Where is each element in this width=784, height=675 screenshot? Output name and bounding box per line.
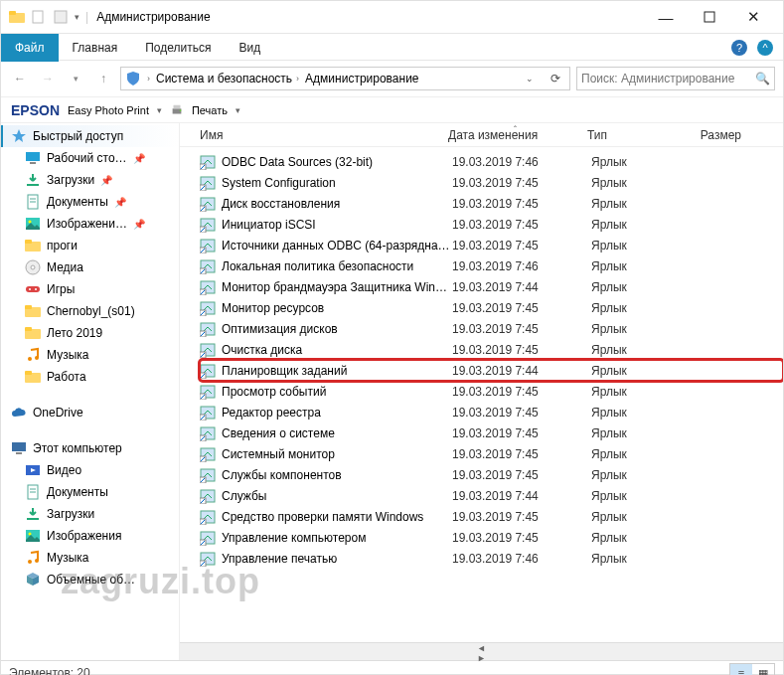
file-date: 19.03.2019 7:45 [452,176,591,190]
sidebar-item[interactable]: Загрузки📌 [1,169,179,191]
tab-share[interactable]: Поделиться [131,34,225,62]
file-name: Службы [222,489,452,503]
file-row[interactable]: Очистка диска19.03.2019 7:45Ярлык [200,339,783,360]
tab-file[interactable]: Файл [1,34,59,62]
tab-home[interactable]: Главная [59,34,132,62]
tab-view[interactable]: Вид [225,34,274,62]
file-row[interactable]: Диск восстановления19.03.2019 7:45Ярлык [200,193,783,214]
scroll-left-icon[interactable]: ◄ [473,643,491,653]
sidebar-item[interactable]: Лето 2019 [1,322,179,344]
sidebar-item[interactable]: Медиа [1,256,179,278]
file-row[interactable]: Источники данных ODBC (64-разрядна…19.03… [200,235,783,255]
file-row[interactable]: Редактор реестра19.03.2019 7:45Ярлык [200,402,783,422]
sidebar-item[interactable]: Рабочий сто…📌 [1,147,179,169]
content-hscroll[interactable]: ◄ ► [180,642,783,660]
col-size[interactable]: Размер [687,128,741,142]
file-type: Ярлык [591,426,691,440]
file-date: 19.03.2019 7:46 [452,552,591,566]
sidebar-section[interactable]: Этот компьютер [1,437,179,459]
thumbs-view-icon[interactable]: ▦ [752,664,774,675]
sidebar-item-label: Изображени… [47,217,127,231]
doc-icon [25,194,41,210]
qat-icon-2[interactable] [53,9,69,25]
sidebar-item[interactable]: Документы [1,481,179,503]
file-row[interactable]: System Configuration19.03.2019 7:45Ярлык [200,172,783,193]
file-row[interactable]: ODBC Data Sources (32-bit)19.03.2019 7:4… [200,151,783,172]
file-row[interactable]: Управление компьютером19.03.2019 7:45Ярл… [200,527,783,548]
file-type: Ярлык [591,280,691,294]
sidebar-section[interactable]: OneDrive [1,402,179,423]
svg-rect-3 [55,11,67,23]
ribbon-chevron-icon[interactable]: ^ [757,40,773,56]
epson-toolbar: EPSON Easy Photo Print ▾ Печать ▾ [1,97,783,123]
sidebar-item[interactable]: Документы📌 [1,191,179,213]
file-row[interactable]: Управление печатью19.03.2019 7:46Ярлык [200,548,783,569]
col-type[interactable]: Тип [587,128,687,142]
sidebar-item[interactable]: Видео [1,459,179,481]
file-date: 19.03.2019 7:45 [452,385,591,399]
file-row[interactable]: Сведения о системе19.03.2019 7:45Ярлык [200,422,783,443]
chevron-down-icon[interactable]: ▾ [235,105,240,115]
chevron-right-icon[interactable]: › [147,74,150,84]
col-name[interactable]: Имя [200,128,448,142]
nav-forward-button[interactable]: → [37,68,59,89]
view-toggle[interactable]: ≡ ▦ [729,663,775,675]
file-row[interactable]: Службы компонентов19.03.2019 7:45Ярлык [200,464,783,485]
minimize-button[interactable]: ― [644,4,688,30]
addr-dropdown-icon[interactable]: ⌄ [520,74,540,84]
sidebar-item[interactable]: проги [1,235,179,256]
folder-icon [25,238,41,253]
nav-recent-icon[interactable]: ▾ [65,68,86,89]
sidebar-item[interactable]: Chernobyl_(s01) [1,300,179,322]
breadcrumb[interactable]: › Система и безопасность› Администрирова… [120,67,570,90]
file-row[interactable]: Оптимизация дисков19.03.2019 7:45Ярлык [200,318,783,339]
file-date: 19.03.2019 7:45 [452,197,591,211]
svg-point-29 [35,356,39,360]
nav-back-button[interactable]: ← [9,68,31,89]
qat-icon-1[interactable] [31,9,47,25]
file-row[interactable]: Просмотр событий19.03.2019 7:45Ярлык [200,381,783,402]
sidebar-item[interactable]: Изображения [1,525,179,547]
pin-icon: 📌 [133,219,145,230]
file-row[interactable]: Монитор ресурсов19.03.2019 7:45Ярлык [200,297,783,318]
sidebar-section[interactable]: Быстрый доступ [1,125,179,147]
search-input[interactable]: Поиск: Администрирование 🔍 [576,67,775,90]
file-type: Ярлык [591,155,691,169]
crumb-1[interactable]: Администрирование [305,72,418,85]
help-icon[interactable]: ? [731,40,747,56]
sidebar-item[interactable]: Изображени…📌 [1,213,179,235]
sidebar-item-label: Игры [47,282,75,296]
refresh-icon[interactable]: ⟳ [546,72,565,85]
file-row[interactable]: Локальная политика безопасности19.03.201… [200,255,783,276]
details-view-icon[interactable]: ≡ [730,664,752,675]
file-row[interactable]: Инициатор iSCSI19.03.2019 7:45Ярлык [200,214,783,235]
sidebar-item[interactable]: Загрузки [1,503,179,525]
file-row[interactable]: Монитор брандмауэра Защитника Win…19.03.… [200,276,783,297]
chevron-down-icon[interactable]: ▾ [157,105,162,115]
file-type: Ярлык [591,343,691,357]
svg-rect-39 [27,518,39,520]
maximize-button[interactable] [688,4,731,30]
file-row[interactable]: Средство проверки памяти Windows19.03.20… [200,506,783,527]
sidebar-item[interactable]: Музыка [1,344,179,366]
file-row[interactable]: Системный монитор19.03.2019 7:45Ярлык [200,443,783,464]
qat-dropdown-icon[interactable]: ▾ [75,12,79,22]
chevron-right-icon[interactable]: › [296,74,299,84]
shortcut-icon [200,488,216,504]
shortcut-icon [200,405,216,421]
file-row[interactable]: Планировщик заданий19.03.2019 7:44Ярлык [200,360,783,381]
print-button[interactable]: Печать [192,104,228,116]
file-row[interactable]: Службы19.03.2019 7:44Ярлык [200,485,783,506]
crumb-0[interactable]: Система и безопасность [156,72,292,85]
desktop-icon [25,150,41,166]
print-icon[interactable] [170,103,184,117]
nav-up-button[interactable]: ↑ [92,68,114,89]
toolbar-epp[interactable]: Easy Photo Print [68,104,149,116]
scroll-right-icon[interactable]: ► [473,653,491,663]
col-date[interactable]: Дата изменения [448,128,587,142]
file-name: Монитор ресурсов [222,301,452,315]
sidebar-item[interactable]: Игры [1,278,179,300]
file-type: Ярлык [591,406,691,420]
sidebar-item[interactable]: Работа [1,366,179,388]
close-button[interactable]: ✕ [731,4,775,30]
